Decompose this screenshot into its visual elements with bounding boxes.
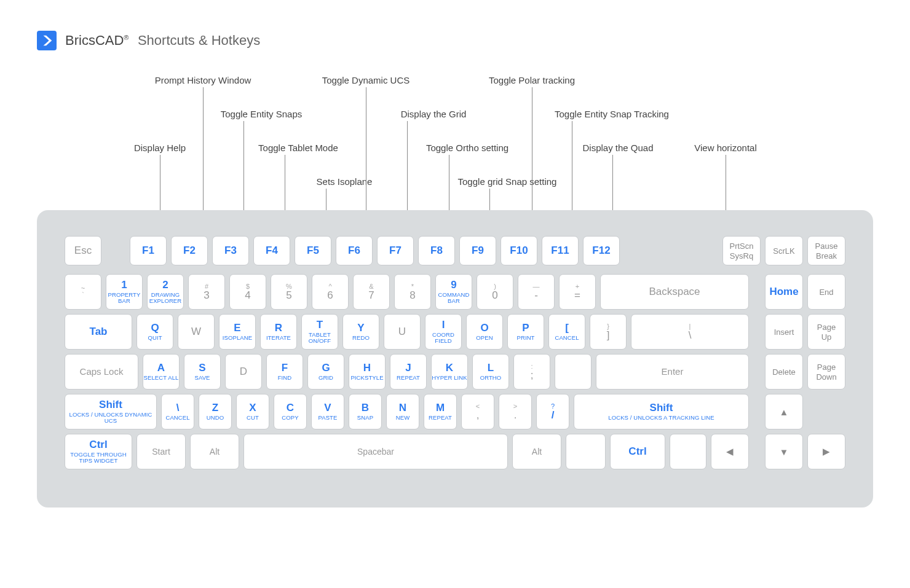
- key-0: )0: [477, 274, 513, 310]
- callout-f10: Toggle Polar tracking: [489, 75, 575, 85]
- key-bracket-close: }]: [590, 314, 627, 350]
- key-h: HPICKSTYLE: [349, 354, 386, 390]
- key-comma: <,: [461, 394, 494, 429]
- callout-f11: Toggle Entity Snap Tracking: [555, 109, 669, 119]
- key-period: >.: [499, 394, 532, 429]
- key-equals: +=: [559, 274, 596, 310]
- key-e: EISOPLANE: [219, 314, 256, 350]
- key-f3: F3: [212, 236, 249, 265]
- key-z: ZUNDO: [199, 394, 232, 429]
- key-d: D: [225, 354, 262, 390]
- key-q: QQUIT: [136, 314, 173, 350]
- key-f7: F7: [377, 236, 414, 265]
- key-right-alt: Alt: [512, 434, 561, 469]
- key-f11: F11: [542, 236, 579, 265]
- key-g: GGRID: [307, 354, 344, 390]
- key-4: $4: [229, 274, 266, 310]
- key-scrlk: ScrLK: [765, 236, 803, 265]
- callout-f8: Toggle Ortho setting: [426, 143, 508, 153]
- key-end: End: [807, 274, 845, 310]
- key-u: U: [384, 314, 421, 350]
- key-t: TTABLET ON/OFF: [301, 314, 338, 350]
- key-f1: F1: [130, 236, 167, 265]
- key-delete: Delete: [765, 354, 803, 390]
- key-l: LORTHO: [472, 354, 509, 390]
- key-f10: F10: [501, 236, 537, 265]
- key-esc: Esc: [65, 236, 101, 265]
- key-minus: —-: [518, 274, 555, 310]
- key-left-alt: Alt: [190, 434, 239, 469]
- key-7: &7: [353, 274, 390, 310]
- key-menu: [566, 434, 606, 469]
- key-m: MREPEAT: [424, 394, 457, 429]
- key-tilde: ~`: [65, 274, 101, 310]
- callout-f12: Display the Quad: [582, 143, 653, 153]
- key-s: SSAVE: [184, 354, 221, 390]
- key-j: JREPEAT: [390, 354, 427, 390]
- key-backspace: Backspace: [600, 274, 749, 310]
- key-capslock: Caps Lock: [65, 354, 138, 390]
- page-header: BricsCAD® Shortcuts & Hotkeys: [37, 31, 873, 50]
- key-backslash: |\: [631, 314, 749, 350]
- key-fn: [670, 434, 706, 469]
- key-a: ASELECT ALL: [143, 354, 180, 390]
- page-subtitle: Shortcuts & Hotkeys: [138, 33, 260, 48]
- key-c: CCOPY: [274, 394, 307, 429]
- key-pageup: PageUp: [807, 314, 845, 350]
- key-prtscn: PrtScnSysRq: [722, 236, 761, 265]
- callout-f3: Toggle Entity Snaps: [221, 109, 303, 119]
- callouts-area: Prompt History Window Toggle Dynamic UCS…: [37, 69, 873, 210]
- key-x: XCUT: [236, 394, 269, 429]
- callout-f1: Display Help: [134, 143, 186, 153]
- row-bottom: CtrlTOGGLE THROUGH TIPS WIDGET Start Alt…: [65, 434, 845, 469]
- row-qwerty: Tab QQUIT W EISOPLANE RITERATE TTABLET O…: [65, 314, 845, 350]
- key-3: #3: [188, 274, 225, 310]
- key-f6: F6: [336, 236, 373, 265]
- key-o: OOPEN: [466, 314, 503, 350]
- row-numbers: ~` 1PROPERTY BAR 2DRAWING EXPLORER #3 $4…: [65, 274, 845, 310]
- key-f8: F8: [418, 236, 455, 265]
- key-5: %5: [271, 274, 307, 310]
- key-arrow-left: ◀: [711, 434, 749, 469]
- callout-f6: Toggle Dynamic UCS: [322, 75, 410, 85]
- key-quote: [555, 354, 592, 390]
- callout-f9: Toggle grid Snap setting: [458, 176, 557, 187]
- key-intl-backslash: \CANCEL: [161, 394, 194, 429]
- key-f9: F9: [459, 236, 496, 265]
- brand-name: BricsCAD®: [65, 33, 129, 48]
- key-f5: F5: [295, 236, 331, 265]
- callout-f2: Prompt History Window: [155, 75, 251, 85]
- row-asdf: Caps Lock ASELECT ALL SSAVE D FFIND GGRI…: [65, 354, 845, 390]
- keyboard-diagram: Prompt History Window Toggle Dynamic UCS…: [37, 69, 873, 508]
- key-start: Start: [136, 434, 186, 469]
- key-k: KHYPER LINK: [431, 354, 468, 390]
- key-p: PPRINT: [507, 314, 544, 350]
- row-function: Esc F1 F2 F3 F4 F5 F6 F7 F8 F9 F10 F11 F…: [65, 236, 845, 265]
- callout-f5: Sets Isoplane: [317, 176, 373, 187]
- key-6: ^6: [312, 274, 349, 310]
- key-2: 2DRAWING EXPLORER: [147, 274, 184, 310]
- key-pagedown: PageDown: [807, 354, 845, 390]
- key-f: FFIND: [266, 354, 303, 390]
- callout-home: View horizontal: [694, 143, 756, 153]
- key-arrow-right: ▶: [807, 434, 845, 469]
- key-i: ICOORD FIELD: [425, 314, 462, 350]
- key-home: Home: [765, 274, 803, 310]
- key-bracket-open: [CANCEL: [548, 314, 585, 350]
- key-8: *8: [394, 274, 431, 310]
- key-1: 1PROPERTY BAR: [106, 274, 143, 310]
- key-right-ctrl: Ctrl: [610, 434, 665, 469]
- key-left-ctrl: CtrlTOGGLE THROUGH TIPS WIDGET: [65, 434, 132, 469]
- key-right-shift: ShiftLOCKS / UNLOCKS A TRACKING LINE: [574, 394, 749, 429]
- key-9: 9COMMAND BAR: [435, 274, 472, 310]
- key-enter: Enter: [596, 354, 749, 390]
- key-v: VPASTE: [311, 394, 344, 429]
- key-f2: F2: [171, 236, 208, 265]
- key-insert: Insert: [765, 314, 803, 350]
- key-y: YREDO: [342, 314, 379, 350]
- row-zxcv: ShiftLOCKS / UNLOCKS DYNAMIC UCS \CANCEL…: [65, 394, 845, 429]
- callout-f4: Toggle Tablet Mode: [258, 143, 338, 153]
- spacer: [807, 394, 845, 429]
- key-w: W: [178, 314, 215, 350]
- key-tab: Tab: [65, 314, 132, 350]
